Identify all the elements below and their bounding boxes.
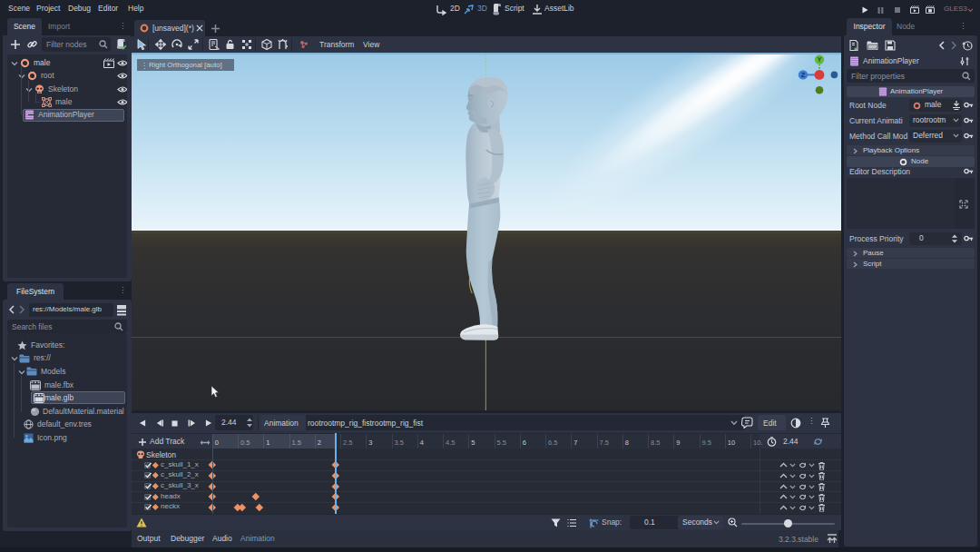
svg-text:Right Orthogonal [auto]: Right Orthogonal [auto] [149, 61, 222, 69]
svg-text:Y: Y [817, 55, 821, 64]
svg-text:Z: Z [801, 71, 806, 79]
svg-text:⋮: ⋮ [141, 62, 148, 70]
